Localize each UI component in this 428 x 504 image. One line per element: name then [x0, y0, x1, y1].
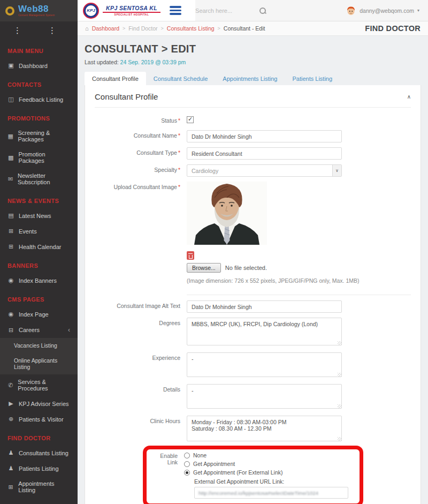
sidebar-item-index-banners[interactable]: ◉ Index Banners	[0, 273, 78, 288]
radio-icon[interactable]	[184, 461, 190, 467]
radio-icon[interactable]	[184, 453, 190, 458]
alt-text-input[interactable]	[187, 300, 342, 313]
enable-link-label: Enable Link	[151, 452, 184, 465]
sidebar-item-dashboard[interactable]: ▣ Dashboard	[0, 58, 78, 73]
delete-image-button[interactable]	[187, 251, 194, 260]
sidebar-item-careers[interactable]: ⊟ Careers ‹	[0, 322, 78, 338]
panel-title: Consultant Profile	[95, 92, 158, 101]
newspaper-icon: ▤	[7, 212, 14, 219]
sidebar-item-feedback-listing[interactable]: ◫ Feedback Listing	[0, 92, 78, 107]
hamburger-icon[interactable]	[170, 4, 181, 17]
sidebar-item-label: Screening & Packages	[18, 130, 70, 142]
degrees-textarea[interactable]: MBBS, MRCP (UK), FRCPI, Dip Cardiology (…	[187, 318, 342, 345]
specialty-select[interactable]: Cardiology ∨	[187, 164, 342, 177]
sidebar-item-promotion-packages[interactable]: ▩ Promotion Packages	[0, 147, 78, 168]
user-icon: ♟	[7, 449, 14, 456]
sidebar-item-label: Index Banners	[19, 277, 57, 284]
feedback-icon: ◫	[7, 96, 14, 103]
sidebar-item-patients-listing[interactable]: ♟ Patients Listing	[0, 461, 78, 476]
external-url-input[interactable]: http://encoremed.io/kpjsentosa#selectDat…	[194, 487, 348, 499]
sidebar-item-newsletter-subscription[interactable]: ✉ Newsletter Subscription	[0, 168, 78, 190]
sidebar-item-label: Feedback Listing	[19, 96, 63, 103]
screening-icon: ▦	[7, 133, 13, 140]
stethoscope-icon: ✆	[7, 382, 13, 389]
search-icon[interactable]	[259, 7, 266, 14]
sidebar-item-label: Latest News	[19, 213, 51, 219]
kebab-menu-icon[interactable]: ⋮	[35, 26, 70, 35]
check-circle-icon: ◉	[7, 311, 14, 318]
dashboard-icon: ▣	[7, 62, 14, 69]
browse-button[interactable]: Browse...	[187, 263, 221, 273]
sidebar-section-promotions: PROMOTIONS	[0, 107, 78, 125]
sidebar-item-label: Appointments Listing	[18, 480, 70, 493]
sidebar-section-clipped: MENU	[0, 498, 78, 502]
tab-patients-listing[interactable]: Patients Listing	[285, 72, 340, 85]
sidebar-item-health-calendar[interactable]: ⊞ Health Calendar	[0, 239, 78, 254]
sidebar-item-online-applicants-listing[interactable]: Online Applicants Listing	[0, 353, 78, 374]
degrees-label: Degrees	[95, 318, 187, 326]
sidebar-item-consultants-listing[interactable]: ♟ Consultants Listing	[0, 445, 78, 461]
sidebar-item-label: Health Calendar	[19, 244, 62, 250]
consultant-name-input[interactable]	[187, 130, 342, 142]
breadcrumb-consultants-listing[interactable]: Consultants Listing	[167, 25, 215, 32]
sidebar-item-latest-news[interactable]: ▤ Latest News	[0, 208, 78, 223]
top-header: KPJ KPJ SENTOSA KL SPECIALIST HOSPITAL	[78, 0, 428, 21]
breadcrumb-dashboard[interactable]: Dashboard	[92, 25, 119, 32]
status-label: Status*	[95, 115, 187, 124]
alt-text-label: Consultant Image Alt Text	[95, 300, 187, 309]
tab-appointments-listing[interactable]: Appointments Listing	[215, 72, 285, 85]
video-icon: ▶	[7, 400, 14, 407]
breadcrumb: ⌂ Dashboard > Find Doctor > Consultants …	[85, 25, 265, 32]
sidebar-section-news-events: NEWS & EVENTS	[0, 190, 78, 208]
chevron-left-icon: ‹	[68, 326, 70, 334]
details-textarea[interactable]: -	[187, 384, 342, 409]
kebab-menu-icon[interactable]: ⋮	[0, 26, 35, 35]
calendar-icon: ⊞	[7, 243, 14, 250]
envelope-icon: ✉	[7, 176, 13, 183]
external-url-value: http://encoremed.io/kpjsentosa#selectDat…	[198, 490, 318, 496]
consultant-name-label: Consultant Name*	[95, 130, 187, 139]
search-input[interactable]	[195, 7, 243, 14]
sidebar-item-kpj-advisor-series[interactable]: ▶ KPJ Advisor Series	[0, 396, 78, 411]
collapse-icon[interactable]: ∧	[407, 94, 411, 100]
sidebar-item-vacancies-listing[interactable]: Vacancies Listing	[0, 338, 78, 353]
sidebar-item-screening-packages[interactable]: ▦ Screening & Packages	[0, 125, 78, 147]
status-checkbox[interactable]	[187, 116, 194, 123]
section-title: FIND DOCTOR	[365, 24, 421, 33]
sidebar-item-label: Careers	[19, 327, 40, 333]
avatar	[346, 5, 356, 16]
sidebar-item-events[interactable]: ⊞ Events	[0, 223, 78, 239]
consultant-type-input[interactable]	[187, 147, 342, 160]
sidebar-item-patients-visitor[interactable]: ⊕ Patients & Visitor	[0, 411, 78, 427]
specialty-label: Specialty*	[95, 164, 187, 173]
sidebar-item-index-page[interactable]: ◉ Index Page	[0, 306, 78, 322]
main-area: KPJ KPJ SENTOSA KL SPECIALIST HOSPITAL	[78, 0, 428, 504]
radio-option-none[interactable]: None	[184, 452, 355, 458]
sidebar-section-main-menu: MAIN MENU	[0, 40, 78, 58]
sidebar-item-label: Dashboard	[19, 63, 48, 69]
sidebar-item-appointments-listing[interactable]: ⊞ Appointments Listing	[0, 476, 78, 498]
radio-option-get-appointment[interactable]: Get Appointment	[184, 461, 355, 467]
radio-label: Get Appointment (For External Link)	[193, 469, 283, 476]
clinic-hours-textarea[interactable]: Monday - Friday : 08:30 AM-03:00 PM Satu…	[187, 416, 342, 441]
tab-consultant-schedule[interactable]: Consultant Schedule	[146, 72, 216, 85]
consultant-profile-panel: Consultant Profile ∧ Status* Consultant …	[85, 85, 421, 504]
last-updated: Last updated: 24 Sep. 2019 @ 03:39 pm	[85, 59, 421, 65]
external-url-label: External Get Appointment URL Link:	[194, 478, 355, 485]
tab-bar: Consultant Profile Consultant Schedule A…	[85, 72, 421, 85]
tab-consultant-profile[interactable]: Consultant Profile	[85, 72, 146, 85]
user-menu[interactable]: danny@webqom.com ▾	[346, 5, 428, 16]
details-label: Details	[95, 384, 187, 393]
user-icon: ♟	[7, 465, 14, 472]
last-updated-value: 24 Sep. 2019 @ 03:39 pm	[120, 59, 186, 65]
check-circle-icon: ◉	[7, 277, 14, 284]
sidebar-item-services-procedures[interactable]: ✆ Services & Procedures	[0, 374, 78, 396]
consultant-photo	[187, 182, 267, 245]
experience-textarea[interactable]: -	[187, 352, 342, 377]
chevron-down-icon: ▾	[417, 8, 419, 13]
radio-selected-icon[interactable]	[184, 470, 190, 476]
calendar-icon: ⊞	[7, 484, 14, 491]
radio-option-get-appointment-external[interactable]: Get Appointment (For External Link)	[184, 469, 355, 476]
plus-square-icon: ⊕	[7, 416, 14, 423]
sidebar-section-cms-pages: CMS PAGES	[0, 288, 78, 306]
